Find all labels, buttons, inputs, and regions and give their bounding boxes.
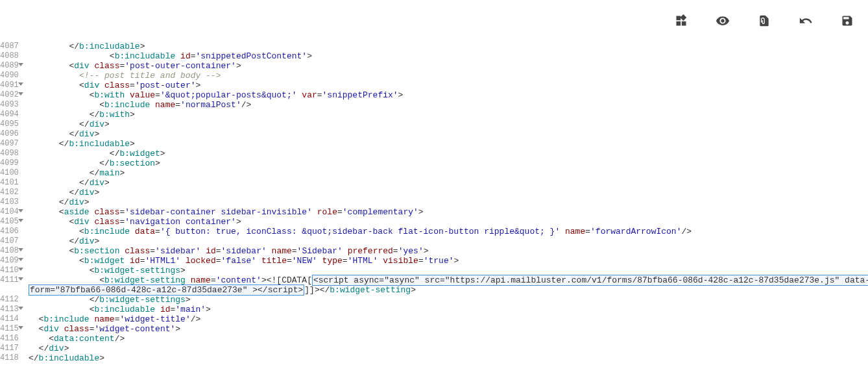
code-editor[interactable]: 4087408840894090409140924093409440954096… xyxy=(0,42,868,367)
code-line[interactable]: </b:includable> xyxy=(29,42,868,51)
code-line[interactable]: <div class='post-outer-container'> xyxy=(29,61,868,71)
code-line[interactable]: </div> xyxy=(29,197,868,207)
code-line[interactable]: <b:widget-setting name='content'><![CDAT… xyxy=(29,275,868,285)
line-number: 4104 xyxy=(0,207,23,217)
code-line[interactable]: <b:include name='normalPost'/> xyxy=(29,100,868,110)
line-number: 4108 xyxy=(0,246,23,256)
svg-rect-0 xyxy=(677,16,681,21)
line-number: 4092 xyxy=(0,90,23,100)
fold-marker[interactable] xyxy=(18,258,23,261)
undo-icon[interactable] xyxy=(798,13,814,29)
line-number: 4118 xyxy=(0,353,23,363)
line-number: 4096 xyxy=(0,129,23,139)
line-number: 4101 xyxy=(0,178,23,188)
fold-marker[interactable] xyxy=(18,277,23,281)
code-line[interactable]: </b:with> xyxy=(29,110,868,120)
line-number: 4089 xyxy=(0,61,23,71)
toolbar xyxy=(0,0,868,42)
line-number: 4107 xyxy=(0,236,23,246)
fold-marker[interactable] xyxy=(18,307,23,310)
preview-icon[interactable] xyxy=(715,13,730,29)
svg-rect-2 xyxy=(677,21,681,26)
code-line[interactable]: <b:include data='{ button: true, iconCla… xyxy=(29,227,868,236)
line-number: 4087 xyxy=(0,42,23,51)
code-line[interactable]: </main> xyxy=(29,168,868,178)
line-number xyxy=(0,285,23,295)
line-number: 4088 xyxy=(0,51,23,61)
line-number: 4116 xyxy=(0,334,23,344)
line-number: 4115 xyxy=(0,324,23,334)
line-number: 4091 xyxy=(0,81,23,90)
code-line[interactable]: <!-- post title and body --> xyxy=(29,71,868,81)
code-line[interactable]: <b:section class='sidebar' id='sidebar' … xyxy=(29,246,868,256)
code-line[interactable]: </div> xyxy=(29,344,868,353)
line-number: 4105 xyxy=(0,217,23,227)
line-number: 4094 xyxy=(0,110,23,120)
code-line[interactable]: </b:includable> xyxy=(29,139,868,149)
line-number: 4099 xyxy=(0,158,23,168)
line-number: 4100 xyxy=(0,168,23,178)
fold-marker[interactable] xyxy=(18,209,23,212)
line-number: 4102 xyxy=(0,188,23,197)
line-number: 4093 xyxy=(0,100,23,110)
code-line[interactable]: <b:widget-settings> xyxy=(29,266,868,275)
fold-marker[interactable] xyxy=(18,248,23,251)
code-line[interactable]: <div class='post-outer'> xyxy=(29,81,868,90)
line-number: 4112 xyxy=(0,295,23,305)
line-number: 4097 xyxy=(0,139,23,149)
code-line[interactable]: </div> xyxy=(29,236,868,246)
line-number: 4095 xyxy=(0,120,23,129)
code-line[interactable]: </div> xyxy=(29,129,868,139)
code-line[interactable]: <b:with value='&quot;popular-posts&quot;… xyxy=(29,90,868,100)
line-number: 4098 xyxy=(0,149,23,158)
line-number: 4109 xyxy=(0,256,23,266)
code-area[interactable]: </b:includable> <b:includable id='snippe… xyxy=(25,42,868,367)
code-line[interactable]: </b:widget-settings> xyxy=(29,295,868,305)
code-line[interactable]: <b:includable id='snippetedPostContent'> xyxy=(29,51,868,61)
code-line[interactable]: form="87bfba66-086d-428c-a12c-87d35dae27… xyxy=(29,285,868,295)
line-number: 4113 xyxy=(0,305,23,314)
fold-marker[interactable] xyxy=(18,63,23,66)
fold-marker[interactable] xyxy=(18,268,23,271)
code-line[interactable]: </div> xyxy=(29,178,868,188)
widgets-icon[interactable] xyxy=(673,13,689,29)
fold-marker[interactable] xyxy=(18,82,23,86)
code-line[interactable]: </b:includable> xyxy=(29,353,868,363)
code-line[interactable]: <div class='widget-content'> xyxy=(29,324,868,334)
code-line[interactable]: <aside class='sidebar-container sidebar-… xyxy=(29,207,868,217)
code-line[interactable]: <div class='navigation container'> xyxy=(29,217,868,227)
fold-marker[interactable] xyxy=(18,219,23,222)
line-number: 4090 xyxy=(0,71,23,81)
code-line[interactable]: </b:widget> xyxy=(29,149,868,158)
line-number: 4103 xyxy=(0,197,23,207)
code-line[interactable]: </div> xyxy=(29,188,868,197)
line-number: 4114 xyxy=(0,314,23,324)
line-number: 4106 xyxy=(0,227,23,236)
code-line[interactable]: <data:content/> xyxy=(29,334,868,344)
code-line[interactable]: <b:includable id='main'> xyxy=(29,305,868,314)
code-line[interactable]: <b:widget id='HTML1' locked='false' titl… xyxy=(29,256,868,266)
save-icon[interactable] xyxy=(839,13,855,29)
line-number: 4117 xyxy=(0,344,23,353)
code-line[interactable]: <b:include name='widget-title'/> xyxy=(29,314,868,324)
code-line[interactable]: </div> xyxy=(29,120,868,129)
code-line[interactable]: </b:section> xyxy=(29,158,868,168)
svg-rect-1 xyxy=(682,21,686,26)
line-number: 4111 xyxy=(0,275,23,285)
fold-marker[interactable] xyxy=(18,92,23,95)
revert-icon[interactable] xyxy=(756,13,772,29)
line-number: 4110 xyxy=(0,266,23,275)
line-gutter: 4087408840894090409140924093409440954096… xyxy=(0,42,25,367)
svg-marker-3 xyxy=(680,14,686,21)
fold-marker[interactable] xyxy=(18,326,23,329)
